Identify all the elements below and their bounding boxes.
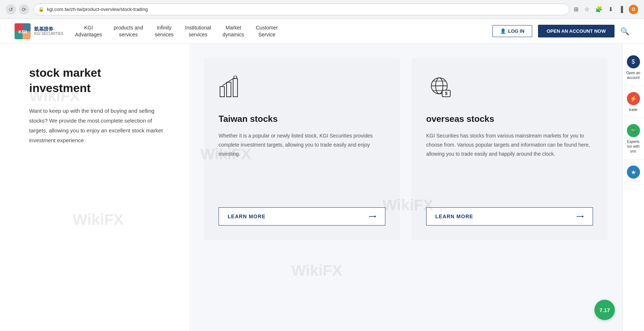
logo-subtitle: KGI SECURITIES [34,32,63,36]
browser-toolbar: ⊞ ☆ 🧩 ⬇ ▐ O [574,5,638,14]
score-label: 7.17 [599,307,610,313]
svg-text:KGI: KGI [18,29,27,35]
open-account-label: Open anaccount [626,71,640,80]
nav-item-market[interactable]: Marketdynamics [223,24,244,37]
taiwan-stocks-learn-more-label: LEARN MORE [228,214,266,219]
logo-svg: KGI [15,23,31,39]
overseas-stocks-icon: $ [426,76,593,102]
floating-score-widget[interactable]: 7.17 [594,300,615,320]
trade-label: trade [629,107,637,112]
page-description: Want to keep up with the trend of buying… [29,106,168,145]
login-button[interactable]: 👤 LOG IN [492,25,532,37]
logo-area[interactable]: KGI 凱基證券 KGI SECURITIES [15,23,63,39]
nav-item-infinity[interactable]: Infinityservices [155,24,173,37]
site-header: KGI 凱基證券 KGI SECURITIES KGIAdvantages pr… [0,19,644,44]
nav-item-institutional[interactable]: Institutionalservices [185,24,211,37]
left-panel: stock market investment Want to keep up … [0,44,189,331]
open-account-icon: $ [627,55,640,68]
extensions-icon[interactable]: 🧩 [595,6,602,13]
lock-icon: 🔒 [38,7,44,12]
svg-rect-5 [220,87,224,97]
logo-text: 凱基證券 KGI SECURITIES [34,26,63,36]
overseas-stocks-description: KGI Securities has stocks from various m… [426,131,593,193]
extra-icon: ★ [627,166,640,179]
overseas-stocks-card: $ overseas stocks KGI Securities has sto… [412,58,608,240]
overseas-stocks-title: overseas stocks [426,114,593,124]
right-sidebar: $ Open anaccount ⚡ trade 🏃 Expertsrun wi… [622,44,644,331]
sidebar-trade[interactable]: ⚡ trade [623,86,644,118]
page-title: stock market investment [29,65,168,96]
experts-icon: 🏃 [627,124,640,137]
svg-rect-7 [233,79,237,97]
taiwan-stocks-icon [219,76,385,102]
arrow-right-icon: ⟶ [369,214,376,219]
browser-chrome: ↺ ⟳ 🔒 kgi.com.tw/zh-tw/product-overview/… [0,0,644,19]
taiwan-stocks-card: Taiwan stocks Whether it is a popular or… [204,58,400,240]
login-label: LOG IN [508,28,525,34]
logo-icon: KGI [15,23,31,39]
svg-text:$: $ [445,91,448,96]
bookmark-icon[interactable]: ☆ [584,6,589,13]
sidebar-toggle[interactable]: ▐ [619,6,623,13]
browser-back[interactable]: ↺ [6,4,16,15]
nav-item-advantages[interactable]: KGIAdvantages [75,24,102,37]
arrow-right-icon-2: ⟶ [576,214,584,219]
search-button[interactable]: 🔍 [620,27,629,36]
browser-refresh[interactable]: ⟳ [19,4,29,15]
user-icon: 👤 [500,28,506,34]
translate-icon[interactable]: ⊞ [574,6,578,13]
trade-icon: ⚡ [627,92,640,105]
taiwan-stocks-learn-more[interactable]: LEARN MORE ⟶ [219,207,385,226]
main-content: WikiFX WikiFX WikiFX WikiFX WikiFX stock… [0,44,644,331]
taiwan-stocks-title: Taiwan stocks [219,114,385,124]
sidebar-open-account[interactable]: $ Open anaccount [623,49,644,86]
url-text: kgi.com.tw/zh-tw/product-overview/stock-… [47,7,148,12]
overseas-stocks-learn-more[interactable]: LEARN MORE ⟶ [426,207,593,226]
main-nav: KGIAdvantages products andservices Infin… [75,24,481,37]
logo-chinese-name: 凱基證券 [34,26,63,32]
taiwan-stocks-description: Whether it is a popular or newly listed … [219,131,385,193]
user-avatar[interactable]: O [629,5,638,14]
download-icon[interactable]: ⬇ [608,6,613,13]
overseas-stocks-learn-more-label: LEARN MORE [435,214,473,219]
sidebar-extra[interactable]: ★ [623,160,644,185]
open-account-button[interactable]: OPEN AN ACCOUNT NOW [538,25,614,37]
nav-item-customer[interactable]: CustomerService [256,24,278,37]
svg-point-8 [234,76,237,79]
svg-rect-6 [227,82,231,97]
nav-item-products[interactable]: products andservices [114,24,143,37]
browser-controls[interactable]: ↺ ⟳ [6,4,29,15]
sidebar-experts[interactable]: 🏃 Expertsrun withyou [623,118,644,160]
cards-area: Taiwan stocks Whether it is a popular or… [189,44,622,331]
address-bar[interactable]: 🔒 kgi.com.tw/zh-tw/product-overview/stoc… [34,4,569,15]
header-actions: 👤 LOG IN OPEN AN ACCOUNT NOW 🔍 [492,25,629,37]
experts-label: Expertsrun withyou [627,139,640,153]
